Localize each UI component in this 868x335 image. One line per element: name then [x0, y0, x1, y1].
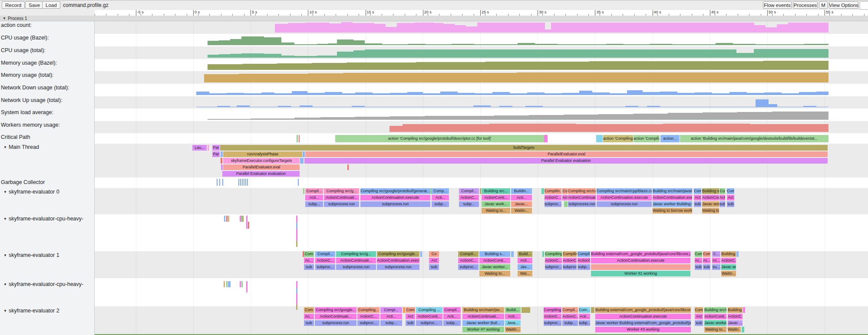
- task-span[interactable]: Waiting to...: [702, 208, 719, 213]
- process-header[interactable]: ▼ Process 1: [0, 16, 868, 21]
- task-span[interactable]: [221, 151, 223, 157]
- task-span[interactable]: Waiting to borrow worker: [653, 208, 692, 213]
- task-span[interactable]: Com: [304, 307, 314, 313]
- task-span[interactable]: Javac worker Building external/com_googl…: [595, 320, 691, 326]
- task-span[interactable]: action 'Building src/main/java/com/googl…: [680, 135, 828, 142]
- task-span[interactable]: C...: [712, 251, 720, 257]
- cpu-heavy-tick[interactable]: [228, 216, 229, 222]
- task-span[interactable]: Acti...: [579, 314, 590, 319]
- task-span[interactable]: Compil...: [443, 307, 461, 313]
- task-span[interactable]: Com: [703, 251, 710, 257]
- task-span[interactable]: ActionC...: [544, 314, 561, 319]
- task-span[interactable]: Com: [304, 251, 314, 257]
- task-span[interactable]: Compil...: [315, 251, 335, 257]
- task-span[interactable]: sub: [694, 201, 701, 207]
- task-span[interactable]: Acti...: [518, 258, 532, 263]
- task-span[interactable]: ActionC...: [357, 314, 380, 319]
- task-span[interactable]: sub: [304, 320, 314, 326]
- task-span[interactable]: Building src...: [482, 188, 510, 194]
- task-span[interactable]: Compil...: [562, 307, 578, 313]
- task-span[interactable]: Parallel Evaluator evaluation: [222, 171, 300, 177]
- task-span[interactable]: ActionC...: [545, 258, 562, 263]
- task-span[interactable]: Javac...: [511, 201, 532, 207]
- task-span[interactable]: Buildi...: [505, 307, 521, 313]
- task-span[interactable]: Com: [694, 188, 701, 194]
- task-span[interactable]: Waitin...: [505, 327, 521, 332]
- cpu-heavy-tick[interactable]: [296, 223, 297, 229]
- metadata-button[interactable]: M: [819, 1, 828, 9]
- gc-tick[interactable]: [242, 179, 243, 186]
- chart-memory-usage-total[interactable]: [95, 71, 868, 84]
- task-span[interactable]: Worker #3 working: [595, 327, 691, 332]
- task-span[interactable]: Javac worker Buil...: [462, 320, 504, 326]
- task-span[interactable]: Worker #1 working: [591, 271, 690, 276]
- view-options-button[interactable]: View Options: [829, 1, 858, 9]
- task-span[interactable]: [542, 251, 544, 257]
- row-label-skyframe-evaluator-1[interactable]: ▼skyframe-evaluator 1: [3, 252, 59, 258]
- toolbar-blank-field[interactable]: [860, 1, 868, 10]
- task-span[interactable]: [303, 188, 304, 194]
- task-span[interactable]: Acti...: [505, 314, 521, 319]
- cpu-heavy-tick[interactable]: [226, 216, 228, 222]
- task-span[interactable]: sub: [695, 320, 703, 326]
- load-button[interactable]: Load: [42, 1, 60, 9]
- gc-tick[interactable]: [238, 179, 239, 186]
- task-span[interactable]: [511, 251, 514, 257]
- task-span[interactable]: [480, 188, 481, 194]
- task-span[interactable]: Co: [562, 188, 568, 194]
- gc-tick[interactable]: [219, 179, 220, 186]
- cpu-heavy-tick[interactable]: [224, 281, 225, 287]
- task-span[interactable]: ActionC...: [545, 195, 561, 200]
- task-span[interactable]: Co: [429, 251, 439, 257]
- task-span[interactable]: [564, 201, 568, 207]
- task-span[interactable]: Building src...: [702, 188, 719, 194]
- cpu-heavy-tick[interactable]: [242, 216, 244, 222]
- task-span[interactable]: [596, 135, 603, 142]
- chart-action-count[interactable]: [95, 21, 868, 34]
- task-span[interactable]: ActionContinuati...: [462, 314, 504, 319]
- task-span[interactable]: ActionContinuati...: [315, 314, 356, 319]
- time-ruler[interactable]: -5 s0 s5 s10 s15 s20 s25 s30 s35 s40 s45…: [0, 10, 868, 16]
- gc-tick[interactable]: [222, 179, 223, 186]
- task-span[interactable]: Comp...: [432, 188, 449, 194]
- task-span[interactable]: subproc...: [458, 264, 479, 270]
- gc-tick[interactable]: [244, 179, 244, 186]
- task-span[interactable]: sub: [695, 264, 702, 270]
- task-span[interactable]: [299, 135, 300, 142]
- cpu-heavy-tick[interactable]: [296, 288, 297, 293]
- collapse-triangle-icon[interactable]: ▼: [3, 217, 7, 221]
- task-span[interactable]: sub: [429, 264, 439, 270]
- task-span[interactable]: Compiling src/google...: [315, 307, 356, 313]
- task-span[interactable]: Compiling src/g...: [324, 188, 359, 194]
- task-span[interactable]: Act: [406, 314, 415, 319]
- cpu-heavy-tick[interactable]: [246, 216, 248, 229]
- task-span[interactable]: ActionC...: [315, 258, 335, 263]
- task-span[interactable]: [541, 188, 544, 194]
- task-span[interactable]: Building s...: [479, 251, 510, 257]
- task-span[interactable]: ActionContinuati...: [568, 195, 596, 200]
- record-button[interactable]: Record: [2, 1, 25, 9]
- row-label-skyframe-evaluator-0[interactable]: ▼skyframe-evaluator 0: [3, 189, 59, 195]
- task-span[interactable]: Waiting to...: [479, 271, 510, 276]
- task-span[interactable]: [403, 307, 405, 313]
- task-span[interactable]: ActionC...: [459, 195, 479, 200]
- task-span[interactable]: Compili...: [458, 251, 479, 257]
- task-span[interactable]: Com: [695, 251, 702, 257]
- task-span[interactable]: subproc...: [315, 264, 335, 270]
- collapse-triangle-icon[interactable]: ▼: [3, 309, 7, 313]
- task-span[interactable]: [297, 135, 298, 142]
- task-span[interactable]: Building...: [721, 251, 736, 257]
- task-span[interactable]: Ac...: [304, 314, 314, 319]
- task-span[interactable]: Acti...: [380, 314, 402, 319]
- chart-memory-usage-bazel[interactable]: [95, 59, 868, 71]
- task-span[interactable]: subp...: [380, 320, 402, 326]
- task-span[interactable]: action 'Compiling...: [603, 135, 633, 142]
- task-span[interactable]: Building ...: [728, 307, 743, 313]
- task-span[interactable]: Ac...: [712, 258, 720, 263]
- task-span[interactable]: [736, 251, 739, 257]
- task-span[interactable]: Compil...: [459, 188, 479, 194]
- task-span[interactable]: Com: [406, 307, 415, 313]
- task-span[interactable]: Wai...: [518, 271, 532, 276]
- task-span[interactable]: subprocess.run: [377, 264, 419, 270]
- task-span[interactable]: sub: [727, 201, 734, 207]
